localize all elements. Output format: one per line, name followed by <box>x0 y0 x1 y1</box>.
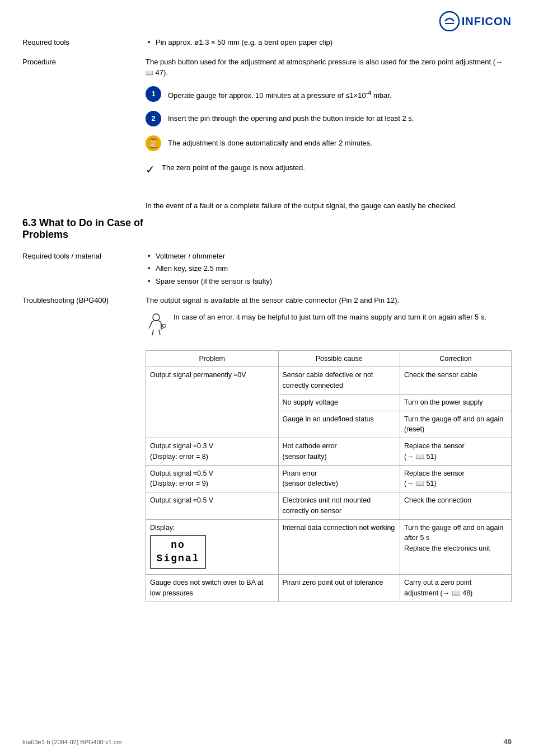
step-hourglass-icon: ⏳ <box>146 135 161 151</box>
problem-cell: Gauge does not switch over to BA at low … <box>146 575 279 602</box>
correction-cell: Turn on the power supply <box>400 394 511 411</box>
step-check-text: The zero point of the gauge is now adjus… <box>162 160 512 173</box>
correction-cell: Turn the gauge off and on again (reset) <box>400 411 511 438</box>
footer-left: tna03e1-b (2004-02) BPG400 v1.cm <box>22 739 121 745</box>
cause-cell: Internal data connection not working <box>278 519 400 575</box>
warning-text: In case of an error, it may be helpful t… <box>174 312 486 323</box>
cause-cell: Gauge in an undefined status <box>278 411 400 438</box>
step-2: 2 Insert the pin through the opening and… <box>146 111 512 126</box>
step-1-text: Operate gauge for approx. 10 minutes at … <box>168 86 512 101</box>
table-row: Gauge does not switch over to BA at low … <box>146 575 512 602</box>
svg-point-2 <box>153 314 160 321</box>
step-check: ✓ The zero point of the gauge is now adj… <box>146 160 512 178</box>
step-hourglass-text: The adjustment is done automatically and… <box>168 135 512 149</box>
required-tools-label: Required tools <box>22 37 146 46</box>
problem-cell: Display: no Signal <box>146 519 279 575</box>
material-item-3: Spare sensor (if the sensor is faulty) <box>146 276 512 287</box>
cause-cell: Hot cathode error (sensor faulty) <box>278 438 400 466</box>
required-tools-content: Pin approx. ø1.3 × 50 mm (e.g. a bent op… <box>146 37 512 50</box>
page-number: 49 <box>504 738 512 746</box>
cause-cell: Pirani zero point out of tolerance <box>278 575 400 602</box>
troubleshooting-content: The output signal is available at the se… <box>146 295 512 608</box>
logo: INFICON <box>439 11 512 31</box>
svg-point-0 <box>440 12 459 31</box>
troubleshooting-label: Troubleshooting (BPG400) <box>22 295 146 304</box>
material-item-1: Voltmeter / ohmmeter <box>146 251 512 262</box>
section-63-block: 6.3 What to Do in Case of Problems In th… <box>22 200 512 608</box>
step-hourglass: ⏳ The adjustment is done automatically a… <box>146 135 512 151</box>
warning-person-icon <box>146 313 167 342</box>
required-tools-material-content: Voltmeter / ohmmeter Allen key, size 2.5… <box>146 251 512 289</box>
section-63-heading-row: 6.3 What to Do in Case of Problems In th… <box>22 200 512 245</box>
step-2-text: Insert the pin through the opening and p… <box>168 111 512 124</box>
correction-cell: Check the sensor cable <box>400 367 511 395</box>
correction-cell: Replace the sensor (→ 📖 51) <box>400 465 511 492</box>
required-tools-material-section: Required tools / material Voltmeter / oh… <box>22 251 512 289</box>
logo-text: INFICON <box>462 15 512 28</box>
troubleshooting-section: Troubleshooting (BPG400) The output sign… <box>22 295 512 608</box>
table-row: Output signal ≈0.5 VElectronics unit not… <box>146 492 512 520</box>
col-problem-header: Problem <box>146 350 279 367</box>
table-row: Display: no Signal Internal data connect… <box>146 519 512 575</box>
required-tools-material-list: Voltmeter / ohmmeter Allen key, size 2.5… <box>146 251 512 287</box>
person-icon-svg <box>146 313 167 336</box>
step-1-circle: 1 <box>146 86 161 102</box>
procedure-section: Procedure The push button used for the a… <box>22 57 512 187</box>
problem-cell: Output signal permanently ≈0V <box>146 367 279 438</box>
col-cause-header: Possible cause <box>278 350 400 367</box>
display-box: no Signal <box>150 535 206 569</box>
step-check-icon: ✓ <box>146 161 155 178</box>
material-item-2: Allen key, size 2.5 mm <box>146 263 512 274</box>
required-tools-list: Pin approx. ø1.3 × 50 mm (e.g. a bent op… <box>146 37 512 48</box>
table-row: Output signal ≈0.5 V (Display: error = 9… <box>146 465 512 492</box>
troubleshooting-desc: The output signal is available at the se… <box>146 295 512 306</box>
correction-cell: Replace the sensor (→ 📖 51) <box>400 438 511 466</box>
problem-cell: Output signal ≈0.5 V <box>146 492 279 520</box>
trouble-table: Problem Possible cause Correction Output… <box>146 350 512 602</box>
cause-cell: Sensor cable defective or not correctly … <box>278 367 400 395</box>
section-63-heading-label: 6.3 What to Do in Case of Problems <box>22 200 146 245</box>
cause-cell: Electronics unit not mounted correctly o… <box>278 492 400 520</box>
problem-cell: Output signal ≈0.3 V (Display: error = 8… <box>146 438 279 466</box>
required-tools-section: Required tools Pin approx. ø1.3 × 50 mm … <box>22 37 512 50</box>
section-63-intro: In the event of a fault or a complete fa… <box>146 200 512 212</box>
logo-area: INFICON <box>22 11 512 31</box>
logo-icon <box>439 11 460 31</box>
problem-cell: Output signal ≈0.5 V (Display: error = 9… <box>146 465 279 492</box>
procedure-intro: The push button used for the adjustment … <box>146 57 512 78</box>
warning-box: In case of an error, it may be helpful t… <box>146 312 512 342</box>
page-footer: tna03e1-b (2004-02) BPG400 v1.cm 49 <box>0 738 534 746</box>
step-1: 1 Operate gauge for approx. 10 minutes a… <box>146 86 512 102</box>
procedure-label: Procedure <box>22 57 146 66</box>
correction-cell: Check the connection <box>400 492 511 520</box>
required-tools-item-1: Pin approx. ø1.3 × 50 mm (e.g. a bent op… <box>146 37 512 48</box>
cause-cell: No supply voltage <box>278 394 400 411</box>
cause-cell: Pirani error (sensor defective) <box>278 465 400 492</box>
table-row: Output signal ≈0.3 V (Display: error = 8… <box>146 438 512 466</box>
table-row: Output signal permanently ≈0VSensor cabl… <box>146 367 512 395</box>
procedure-content: The push button used for the adjustment … <box>146 57 512 187</box>
table-header-row: Problem Possible cause Correction <box>146 350 512 367</box>
required-tools-material-label: Required tools / material <box>22 251 146 260</box>
col-correction-header: Correction <box>400 350 511 367</box>
correction-cell: Carry out a zero point adjustment (→ 📖 4… <box>400 575 511 602</box>
correction-cell: Turn the gauge off and on again after 5 … <box>400 519 511 575</box>
section-63-title: 6.3 What to Do in Case of Problems <box>22 217 146 241</box>
step-2-circle: 2 <box>146 111 161 126</box>
page: INFICON Required tools Pin approx. ø1.3 … <box>0 0 534 756</box>
